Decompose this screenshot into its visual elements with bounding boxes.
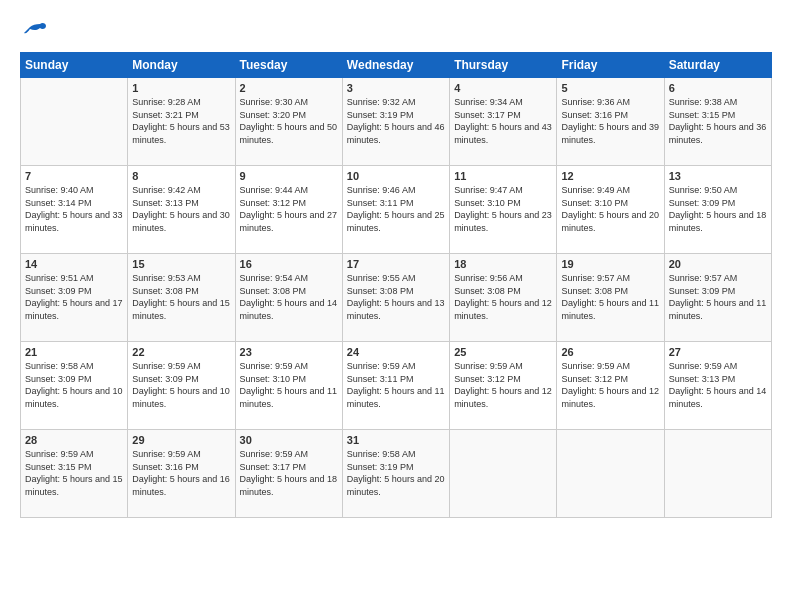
sunrise-label: Sunrise: 9:47 AM xyxy=(454,185,523,195)
sunrise-label: Sunrise: 9:28 AM xyxy=(132,97,201,107)
day-info: Sunrise: 9:47 AM Sunset: 3:10 PM Dayligh… xyxy=(454,184,552,234)
sunrise-label: Sunrise: 9:58 AM xyxy=(347,449,416,459)
calendar-day-cell: 2 Sunrise: 9:30 AM Sunset: 3:20 PM Dayli… xyxy=(235,78,342,166)
day-number: 24 xyxy=(347,346,445,358)
sunset-label: Sunset: 3:08 PM xyxy=(454,286,521,296)
day-number: 25 xyxy=(454,346,552,358)
sunset-label: Sunset: 3:12 PM xyxy=(240,198,307,208)
daylight-label: Daylight: 5 hours and 15 minutes. xyxy=(25,474,123,497)
day-info: Sunrise: 9:50 AM Sunset: 3:09 PM Dayligh… xyxy=(669,184,767,234)
sunset-label: Sunset: 3:08 PM xyxy=(561,286,628,296)
day-info: Sunrise: 9:59 AM Sunset: 3:13 PM Dayligh… xyxy=(669,360,767,410)
calendar-day-cell: 23 Sunrise: 9:59 AM Sunset: 3:10 PM Dayl… xyxy=(235,342,342,430)
day-info: Sunrise: 9:54 AM Sunset: 3:08 PM Dayligh… xyxy=(240,272,338,322)
day-number: 14 xyxy=(25,258,123,270)
sunrise-label: Sunrise: 9:38 AM xyxy=(669,97,738,107)
day-number: 15 xyxy=(132,258,230,270)
sunset-label: Sunset: 3:10 PM xyxy=(454,198,521,208)
sunrise-label: Sunrise: 9:49 AM xyxy=(561,185,630,195)
daylight-label: Daylight: 5 hours and 10 minutes. xyxy=(25,386,123,409)
day-info: Sunrise: 9:59 AM Sunset: 3:16 PM Dayligh… xyxy=(132,448,230,498)
weekday-header-cell: Wednesday xyxy=(342,53,449,78)
sunset-label: Sunset: 3:10 PM xyxy=(240,374,307,384)
sunrise-label: Sunrise: 9:46 AM xyxy=(347,185,416,195)
sunset-label: Sunset: 3:13 PM xyxy=(669,374,736,384)
day-info: Sunrise: 9:59 AM Sunset: 3:12 PM Dayligh… xyxy=(561,360,659,410)
sunset-label: Sunset: 3:19 PM xyxy=(347,110,414,120)
daylight-label: Daylight: 5 hours and 27 minutes. xyxy=(240,210,338,233)
daylight-label: Daylight: 5 hours and 14 minutes. xyxy=(669,386,767,409)
day-info: Sunrise: 9:44 AM Sunset: 3:12 PM Dayligh… xyxy=(240,184,338,234)
calendar-day-cell: 13 Sunrise: 9:50 AM Sunset: 3:09 PM Dayl… xyxy=(664,166,771,254)
sunrise-label: Sunrise: 9:30 AM xyxy=(240,97,309,107)
daylight-label: Daylight: 5 hours and 17 minutes. xyxy=(25,298,123,321)
svg-rect-0 xyxy=(20,18,48,46)
sunrise-label: Sunrise: 9:59 AM xyxy=(132,449,201,459)
day-info: Sunrise: 9:32 AM Sunset: 3:19 PM Dayligh… xyxy=(347,96,445,146)
sunrise-label: Sunrise: 9:40 AM xyxy=(25,185,94,195)
day-info: Sunrise: 9:59 AM Sunset: 3:10 PM Dayligh… xyxy=(240,360,338,410)
sunset-label: Sunset: 3:14 PM xyxy=(25,198,92,208)
day-number: 28 xyxy=(25,434,123,446)
sunset-label: Sunset: 3:15 PM xyxy=(669,110,736,120)
sunset-label: Sunset: 3:13 PM xyxy=(132,198,199,208)
sunrise-label: Sunrise: 9:59 AM xyxy=(25,449,94,459)
sunrise-label: Sunrise: 9:44 AM xyxy=(240,185,309,195)
sunrise-label: Sunrise: 9:34 AM xyxy=(454,97,523,107)
day-number: 21 xyxy=(25,346,123,358)
daylight-label: Daylight: 5 hours and 12 minutes. xyxy=(561,386,659,409)
calendar-day-cell: 29 Sunrise: 9:59 AM Sunset: 3:16 PM Dayl… xyxy=(128,430,235,518)
calendar-day-cell xyxy=(664,430,771,518)
calendar-day-cell: 31 Sunrise: 9:58 AM Sunset: 3:19 PM Dayl… xyxy=(342,430,449,518)
calendar-day-cell: 19 Sunrise: 9:57 AM Sunset: 3:08 PM Dayl… xyxy=(557,254,664,342)
weekday-header-cell: Monday xyxy=(128,53,235,78)
daylight-label: Daylight: 5 hours and 39 minutes. xyxy=(561,122,659,145)
day-info: Sunrise: 9:30 AM Sunset: 3:20 PM Dayligh… xyxy=(240,96,338,146)
day-info: Sunrise: 9:59 AM Sunset: 3:12 PM Dayligh… xyxy=(454,360,552,410)
day-info: Sunrise: 9:28 AM Sunset: 3:21 PM Dayligh… xyxy=(132,96,230,146)
calendar-body: 1 Sunrise: 9:28 AM Sunset: 3:21 PM Dayli… xyxy=(21,78,772,518)
calendar-day-cell: 9 Sunrise: 9:44 AM Sunset: 3:12 PM Dayli… xyxy=(235,166,342,254)
daylight-label: Daylight: 5 hours and 30 minutes. xyxy=(132,210,230,233)
calendar-day-cell xyxy=(557,430,664,518)
calendar-day-cell: 4 Sunrise: 9:34 AM Sunset: 3:17 PM Dayli… xyxy=(450,78,557,166)
sunset-label: Sunset: 3:16 PM xyxy=(561,110,628,120)
sunset-label: Sunset: 3:09 PM xyxy=(25,374,92,384)
weekday-header-cell: Tuesday xyxy=(235,53,342,78)
sunrise-label: Sunrise: 9:59 AM xyxy=(132,361,201,371)
sunset-label: Sunset: 3:21 PM xyxy=(132,110,199,120)
day-number: 19 xyxy=(561,258,659,270)
sunset-label: Sunset: 3:12 PM xyxy=(561,374,628,384)
sunset-label: Sunset: 3:17 PM xyxy=(454,110,521,120)
daylight-label: Daylight: 5 hours and 12 minutes. xyxy=(454,386,552,409)
sunrise-label: Sunrise: 9:53 AM xyxy=(132,273,201,283)
day-info: Sunrise: 9:56 AM Sunset: 3:08 PM Dayligh… xyxy=(454,272,552,322)
calendar-day-cell: 22 Sunrise: 9:59 AM Sunset: 3:09 PM Dayl… xyxy=(128,342,235,430)
day-number: 7 xyxy=(25,170,123,182)
daylight-label: Daylight: 5 hours and 16 minutes. xyxy=(132,474,230,497)
sunrise-label: Sunrise: 9:59 AM xyxy=(240,361,309,371)
sunrise-label: Sunrise: 9:58 AM xyxy=(25,361,94,371)
day-number: 31 xyxy=(347,434,445,446)
sunset-label: Sunset: 3:09 PM xyxy=(132,374,199,384)
day-number: 20 xyxy=(669,258,767,270)
daylight-label: Daylight: 5 hours and 11 minutes. xyxy=(347,386,445,409)
day-info: Sunrise: 9:59 AM Sunset: 3:15 PM Dayligh… xyxy=(25,448,123,498)
day-info: Sunrise: 9:36 AM Sunset: 3:16 PM Dayligh… xyxy=(561,96,659,146)
sunset-label: Sunset: 3:15 PM xyxy=(25,462,92,472)
daylight-label: Daylight: 5 hours and 23 minutes. xyxy=(454,210,552,233)
calendar-day-cell: 12 Sunrise: 9:49 AM Sunset: 3:10 PM Dayl… xyxy=(557,166,664,254)
daylight-label: Daylight: 5 hours and 11 minutes. xyxy=(561,298,659,321)
day-number: 30 xyxy=(240,434,338,446)
calendar-day-cell: 21 Sunrise: 9:58 AM Sunset: 3:09 PM Dayl… xyxy=(21,342,128,430)
day-info: Sunrise: 9:59 AM Sunset: 3:09 PM Dayligh… xyxy=(132,360,230,410)
sunset-label: Sunset: 3:17 PM xyxy=(240,462,307,472)
page: SundayMondayTuesdayWednesdayThursdayFrid… xyxy=(0,0,792,612)
weekday-header-cell: Saturday xyxy=(664,53,771,78)
day-number: 11 xyxy=(454,170,552,182)
calendar-day-cell: 3 Sunrise: 9:32 AM Sunset: 3:19 PM Dayli… xyxy=(342,78,449,166)
daylight-label: Daylight: 5 hours and 13 minutes. xyxy=(347,298,445,321)
sunrise-label: Sunrise: 9:55 AM xyxy=(347,273,416,283)
calendar-day-cell: 11 Sunrise: 9:47 AM Sunset: 3:10 PM Dayl… xyxy=(450,166,557,254)
sunrise-label: Sunrise: 9:36 AM xyxy=(561,97,630,107)
